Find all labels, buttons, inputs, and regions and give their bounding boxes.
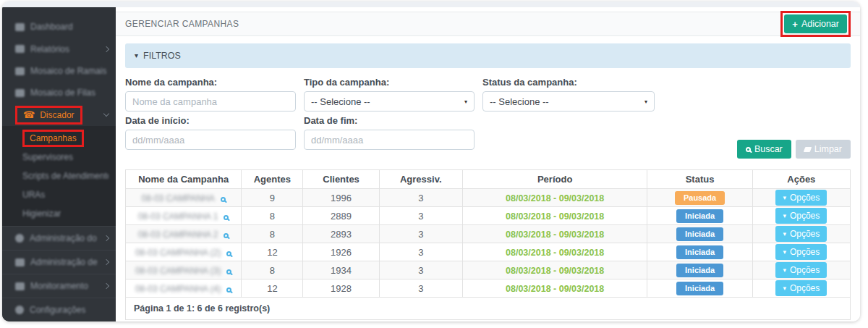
annotation-box-adicionar: + Adicionar — [780, 11, 851, 37]
submenu-item-uras[interactable]: URAs — [2, 185, 116, 204]
filters-form: Nome da campanha: Tipo da campanha: -- S… — [125, 77, 851, 150]
period-value: 08/03/2018 - 09/03/2018 — [506, 230, 604, 240]
clients-value: 1996 — [303, 189, 379, 207]
campaign-status-select[interactable]: -- Selecione -- ▾ — [482, 91, 655, 112]
caret-down-icon: ▾ — [783, 213, 786, 219]
status-badge: Iniciada — [676, 264, 723, 277]
search-icon — [746, 147, 751, 152]
campaign-type-select[interactable]: -- Selecione -- ▾ — [304, 91, 475, 112]
filters-header-bar[interactable]: ▾ FILTROS — [125, 43, 851, 68]
options-button[interactable]: ▾Opções — [775, 190, 827, 206]
sidebar: Dashboard Relatórios Mosaico de Ramais M… — [2, 7, 116, 321]
users-icon — [15, 258, 25, 266]
sidebar-item-monitoramento[interactable]: Monitoramento — [2, 274, 116, 298]
period-value: 08/03/2018 - 09/03/2018 — [506, 266, 604, 276]
options-button[interactable]: ▾Opções — [775, 244, 827, 260]
period-value: 08/03/2018 - 09/03/2018 — [506, 193, 604, 203]
options-button[interactable]: ▾Opções — [775, 262, 827, 278]
sidebar-item-administracao-usuarios[interactable]: Administração de Usuários — [2, 251, 116, 274]
aggressiveness-value: 3 — [379, 261, 462, 279]
agents-value: 12 — [242, 243, 303, 261]
sidebar-item-discador[interactable]: ☎ Discador — [2, 104, 116, 126]
panel-header: GERENCIAR CAMPANHAS + Adicionar — [116, 12, 860, 36]
table-row: 08-03 CAMPANHA (2) 12 1926 3 08/03/2018 … — [126, 243, 851, 261]
sidebar-item-configuracoes[interactable]: Configurações — [2, 298, 116, 321]
campaign-name: 08-03 CAMPANHA (2) — [135, 248, 221, 258]
aggressiveness-value: 3 — [379, 243, 462, 261]
col-acoes: Ações — [752, 170, 850, 189]
agents-value: 8 — [242, 225, 303, 243]
campaign-type-label: Tipo da campanha: — [304, 77, 475, 88]
sidebar-item-relatorios[interactable]: Relatórios — [2, 38, 116, 59]
options-button[interactable]: ▾Opções — [775, 280, 827, 296]
sidebar-section-usuarios: Administração de Usuários — [2, 250, 116, 274]
plus-icon: + — [792, 20, 798, 29]
caret-down-icon: ▾ — [783, 249, 786, 256]
start-date-input[interactable] — [125, 130, 296, 150]
field-campaign-type: Tipo da campanha: -- Selecione -- ▾ — [304, 77, 475, 112]
add-button-label: Adicionar — [801, 19, 839, 29]
aggressiveness-value: 3 — [379, 207, 462, 225]
campaign-status-value: -- Selecione -- — [490, 96, 549, 107]
campaign-name-input[interactable] — [125, 91, 296, 112]
clear-button[interactable]: Limpar — [796, 140, 851, 159]
caret-down-icon: ▾ — [783, 267, 786, 274]
period-value: 08/03/2018 - 09/03/2018 — [506, 211, 604, 222]
view-campaign-icon[interactable] — [224, 215, 229, 220]
aggressiveness-value: 3 — [379, 279, 462, 298]
window-top-strip — [2, 1, 860, 7]
view-campaign-icon[interactable] — [224, 233, 229, 238]
app-window: Dashboard Relatórios Mosaico de Ramais M… — [2, 1, 860, 321]
search-button[interactable]: Buscar — [737, 140, 791, 159]
table-row: 08-03 CAMPANHA 9 1996 3 08/03/2018 - 09/… — [126, 189, 851, 207]
col-agressiv: Agressiv. — [379, 170, 462, 189]
view-campaign-icon[interactable] — [226, 269, 231, 274]
view-campaign-icon[interactable] — [226, 251, 231, 256]
sidebar-item-administracao-pabx[interactable]: Administração do PABX — [2, 227, 116, 250]
end-date-label: Data de fim: — [304, 115, 475, 126]
sidebar-item-dashboard[interactable]: Dashboard — [2, 16, 116, 38]
caret-down-icon: ▾ — [783, 285, 786, 292]
period-value: 08/03/2018 - 09/03/2018 — [506, 284, 604, 294]
aggressiveness-value: 3 — [379, 189, 462, 207]
view-campaign-icon[interactable] — [226, 287, 231, 293]
sidebar-item-mosaico-filas[interactable]: Mosaico de Filas — [2, 82, 116, 104]
field-end-date: Data de fim: — [304, 115, 475, 150]
options-button[interactable]: ▾Opções — [775, 208, 827, 224]
add-button[interactable]: + Adicionar — [784, 14, 847, 33]
view-campaign-icon[interactable] — [221, 197, 226, 202]
collapse-caret-icon: ▾ — [135, 52, 138, 59]
submenu-item-higienizar[interactable]: Higienizar — [2, 204, 116, 223]
options-button[interactable]: ▾Opções — [775, 226, 827, 242]
clients-value: 1926 — [303, 243, 379, 261]
clients-value: 1934 — [303, 261, 379, 279]
filters-panel: ▾ FILTROS Nome da campanha: Tipo da camp… — [125, 43, 851, 159]
main-content: GERENCIAR CAMPANHAS + Adicionar ▾ FILTRO… — [116, 7, 860, 321]
campaigns-table: Nome da Campanha Agentes Clientes Agress… — [125, 169, 851, 320]
campaign-name-label: Nome da campanha: — [125, 77, 296, 88]
search-button-label: Buscar — [754, 144, 783, 154]
submenu-item-supervisores[interactable]: Supervisores — [2, 148, 116, 167]
status-badge: Iniciada — [676, 227, 723, 241]
discador-submenu: Campanhas Supervisores Scripts de Atendi… — [2, 126, 116, 226]
monitor-icon — [15, 282, 25, 290]
sidebar-item-mosaico-ramais[interactable]: Mosaico de Ramais — [2, 60, 116, 82]
select-arrow-icon: ▾ — [464, 98, 467, 105]
clear-button-label: Limpar — [814, 144, 842, 154]
submenu-item-campanhas[interactable]: Campanhas — [2, 129, 116, 148]
table-row: 08-03 CAMPANHA 1 8 2889 3 08/03/2018 - 0… — [126, 207, 851, 225]
agents-value: 9 — [242, 189, 303, 207]
annotation-box-campanhas: Campanhas — [22, 130, 84, 147]
grid-icon — [15, 89, 25, 97]
submenu-item-scripts[interactable]: Scripts de Atendimento — [2, 167, 116, 185]
end-date-input[interactable] — [304, 130, 475, 150]
col-agentes: Agentes — [242, 170, 303, 189]
sidebar-section-monitoramento: Monitoramento — [2, 274, 116, 298]
annotation-box-discador: ☎ Discador — [15, 106, 82, 125]
campaign-name: 08-03 CAMPANHA — [142, 193, 215, 203]
chevron-right-icon — [103, 259, 109, 265]
period-value: 08/03/2018 - 09/03/2018 — [506, 248, 604, 258]
clients-value: 2893 — [303, 225, 379, 243]
field-campaign-status: Status da campanha: -- Selecione -- ▾ — [482, 77, 655, 112]
col-nome: Nome da Campanha — [126, 170, 242, 189]
